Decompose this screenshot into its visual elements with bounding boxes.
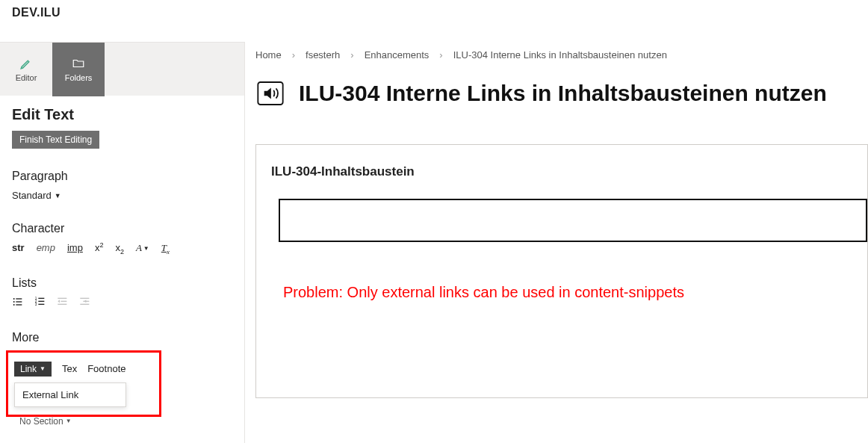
svg-rect-1 bbox=[16, 298, 22, 299]
important-button[interactable]: imp bbox=[67, 242, 83, 253]
content-snippet-title: ILU-304-Inhaltsbaustein bbox=[256, 145, 867, 187]
content-snippet-card: ILU-304-Inhaltsbaustein Problem: Only ex… bbox=[255, 144, 868, 398]
finish-text-editing-button[interactable]: Finish Text Editing bbox=[12, 131, 99, 149]
section-select[interactable]: No Section ▼ bbox=[12, 416, 72, 427]
superscript-button[interactable]: x2 bbox=[95, 241, 104, 253]
bullet-list-button[interactable] bbox=[12, 296, 24, 310]
link-menu-button[interactable]: Link ▼ bbox=[14, 362, 52, 377]
lists-section-label: Lists bbox=[12, 276, 232, 290]
tex-button[interactable]: Tex bbox=[62, 363, 77, 374]
caret-down-icon: ▼ bbox=[40, 365, 46, 372]
svg-rect-11 bbox=[38, 304, 44, 305]
caret-down-icon: ▼ bbox=[66, 418, 72, 424]
tab-folders-label: Folders bbox=[65, 73, 93, 82]
outdent-button[interactable] bbox=[57, 296, 69, 310]
chevron-right-icon: › bbox=[350, 49, 353, 61]
svg-rect-3 bbox=[16, 301, 22, 302]
subscript-button[interactable]: x2 bbox=[115, 242, 124, 255]
annotation-highlight-box: Link ▼ Tex Footnote External Link bbox=[6, 350, 161, 417]
svg-rect-5 bbox=[16, 304, 22, 305]
panel-title: Edit Text bbox=[12, 106, 232, 123]
svg-rect-17 bbox=[80, 304, 89, 305]
svg-rect-16 bbox=[83, 301, 89, 302]
link-dropdown: External Link bbox=[14, 382, 126, 407]
paragraph-style-value: Standard bbox=[12, 190, 52, 201]
chevron-right-icon: › bbox=[439, 49, 442, 61]
caret-down-icon: ▼ bbox=[55, 192, 61, 199]
strong-button[interactable]: str bbox=[12, 242, 25, 253]
folder-icon bbox=[72, 57, 85, 70]
footnote-button[interactable]: Footnote bbox=[87, 363, 125, 374]
link-dropdown-item-external[interactable]: External Link bbox=[22, 389, 118, 400]
svg-point-0 bbox=[13, 298, 15, 300]
svg-point-4 bbox=[13, 304, 15, 306]
pencil-icon bbox=[19, 57, 33, 70]
svg-rect-12 bbox=[58, 298, 66, 299]
svg-point-2 bbox=[13, 301, 15, 303]
svg-text:3: 3 bbox=[35, 303, 37, 306]
more-section-label: More bbox=[12, 331, 232, 344]
svg-rect-9 bbox=[38, 301, 44, 302]
svg-rect-7 bbox=[38, 298, 44, 299]
annotation-problem-text: Problem: Only external links can be used… bbox=[283, 284, 867, 301]
chevron-right-icon: › bbox=[292, 49, 295, 61]
brand-label: DEV.ILU bbox=[12, 6, 61, 19]
breadcrumb-item[interactable]: Home bbox=[255, 49, 282, 61]
tab-folders[interactable]: Folders bbox=[52, 43, 105, 96]
breadcrumb-item[interactable]: ILU-304 Interne Links in Inhaltsbaustein… bbox=[453, 49, 667, 61]
svg-rect-13 bbox=[61, 301, 66, 302]
breadcrumb: Home › fsesterh › Enhancements › ILU-304… bbox=[255, 42, 868, 72]
page-title: ILU-304 Interne Links in Inhaltsbaustein… bbox=[299, 81, 827, 106]
paragraph-section-label: Paragraph bbox=[12, 170, 232, 183]
format-menu-button[interactable]: A▼ bbox=[136, 242, 149, 254]
breadcrumb-item[interactable]: fsesterh bbox=[306, 49, 340, 61]
numbered-list-button[interactable]: 123 bbox=[34, 296, 46, 310]
tab-editor[interactable]: Editor bbox=[0, 43, 52, 96]
tab-editor-label: Editor bbox=[16, 73, 37, 82]
speaker-icon bbox=[255, 78, 285, 108]
clear-format-button[interactable]: Tx bbox=[161, 242, 170, 255]
indent-button[interactable] bbox=[79, 296, 91, 310]
link-menu-label: Link bbox=[20, 364, 37, 374]
character-section-label: Character bbox=[12, 222, 232, 235]
emphasis-button[interactable]: emp bbox=[37, 242, 55, 253]
svg-rect-15 bbox=[80, 298, 89, 299]
breadcrumb-item[interactable]: Enhancements bbox=[365, 49, 430, 61]
svg-rect-14 bbox=[58, 304, 66, 305]
content-editor-area[interactable] bbox=[279, 199, 867, 242]
paragraph-style-select[interactable]: Standard ▼ bbox=[12, 190, 61, 201]
mode-tabs: Editor Folders bbox=[0, 42, 245, 96]
section-select-value: No Section bbox=[19, 416, 63, 427]
